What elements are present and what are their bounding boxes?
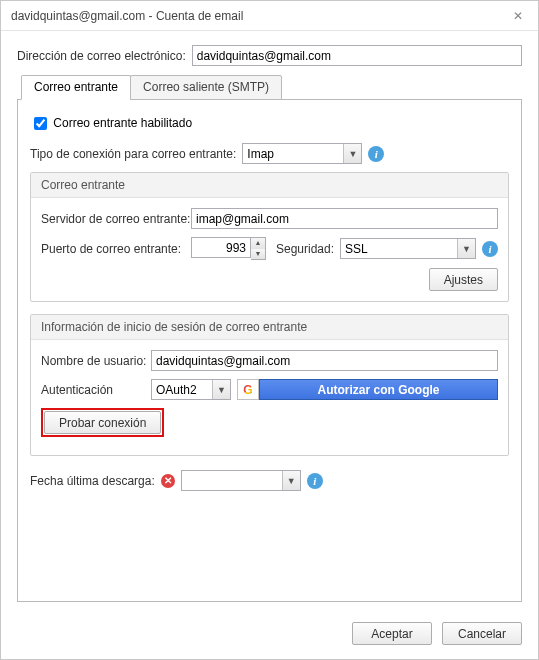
email-address-label: Dirección de correo electrónico: xyxy=(17,49,186,63)
incoming-enabled-text: Correo entrante habilitado xyxy=(53,116,192,130)
security-select[interactable]: SSL ▼ xyxy=(340,238,476,259)
auth-value: OAuth2 xyxy=(156,383,197,397)
incoming-port-input[interactable] xyxy=(191,237,251,258)
login-group-title: Información de inicio de sesión de corre… xyxy=(31,315,508,340)
username-label: Nombre de usuario: xyxy=(41,354,151,368)
google-icon: G xyxy=(237,379,259,400)
tab-outgoing[interactable]: Correo saliente (SMTP) xyxy=(130,75,282,100)
incoming-port-spinner[interactable]: ▲ ▼ xyxy=(191,237,266,260)
error-icon: ✕ xyxy=(161,474,175,488)
test-connection-button[interactable]: Probar conexión xyxy=(44,411,161,434)
login-group: Información de inicio de sesión de corre… xyxy=(30,314,509,456)
close-icon[interactable]: ✕ xyxy=(508,9,528,23)
chevron-down-icon: ▼ xyxy=(457,239,475,258)
authorize-google-button[interactable]: Autorizar con Google xyxy=(259,379,498,400)
ok-button[interactable]: Aceptar xyxy=(352,622,432,645)
titlebar: davidquintas@gmail.com - Cuenta de email… xyxy=(1,1,538,31)
chevron-down-icon: ▼ xyxy=(212,380,230,399)
email-address-input[interactable] xyxy=(192,45,522,66)
connection-type-select[interactable]: Imap ▼ xyxy=(242,143,362,164)
incoming-port-label: Puerto de correo entrante: xyxy=(41,242,191,256)
incoming-enabled-checkbox-label[interactable]: Correo entrante habilitado xyxy=(30,116,192,130)
info-icon[interactable]: i xyxy=(482,241,498,257)
last-download-label: Fecha última descarga: xyxy=(30,474,155,488)
incoming-group-title: Correo entrante xyxy=(31,173,508,198)
auth-label: Autenticación xyxy=(41,383,151,397)
tab-page-incoming: Correo entrante habilitado Tipo de conex… xyxy=(17,99,522,602)
username-input[interactable] xyxy=(151,350,498,371)
settings-button[interactable]: Ajustes xyxy=(429,268,498,291)
test-connection-highlight: Probar conexión xyxy=(41,408,164,437)
incoming-server-label: Servidor de correo entrante: xyxy=(41,212,191,226)
incoming-enabled-checkbox[interactable] xyxy=(34,117,47,130)
incoming-group: Correo entrante Servidor de correo entra… xyxy=(30,172,509,302)
info-icon[interactable]: i xyxy=(307,473,323,489)
connection-type-label: Tipo de conexión para correo entrante: xyxy=(30,147,236,161)
incoming-server-input[interactable] xyxy=(191,208,498,229)
connection-type-value: Imap xyxy=(247,147,274,161)
info-icon[interactable]: i xyxy=(368,146,384,162)
email-account-dialog: davidquintas@gmail.com - Cuenta de email… xyxy=(0,0,539,660)
chevron-down-icon: ▼ xyxy=(343,144,361,163)
window-title: davidquintas@gmail.com - Cuenta de email xyxy=(11,9,508,23)
tab-incoming[interactable]: Correo entrante xyxy=(21,75,131,100)
cancel-button[interactable]: Cancelar xyxy=(442,622,522,645)
security-value: SSL xyxy=(345,242,368,256)
dialog-footer: Aceptar Cancelar xyxy=(1,612,538,659)
security-label: Seguridad: xyxy=(276,242,334,256)
auth-select[interactable]: OAuth2 ▼ xyxy=(151,379,231,400)
last-download-select[interactable]: ▼ xyxy=(181,470,301,491)
chevron-down-icon: ▼ xyxy=(282,471,300,490)
spin-up-icon[interactable]: ▲ xyxy=(251,238,265,249)
spin-down-icon[interactable]: ▼ xyxy=(251,249,265,260)
